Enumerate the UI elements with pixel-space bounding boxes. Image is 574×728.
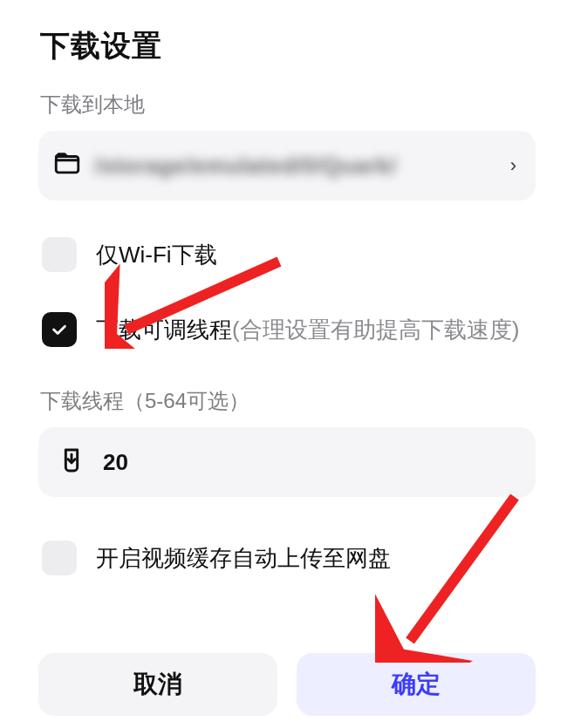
option-wifi-only-label: 仅Wi-Fi下载 (96, 240, 217, 270)
option-adjustable-threads-text: 下载可调线程 (96, 316, 232, 343)
option-adjustable-threads-hint: (合理设置有助提高下载速度) (232, 316, 519, 343)
svg-rect-0 (56, 157, 79, 173)
download-count-icon (58, 446, 85, 478)
download-path-row[interactable]: /storage/emulated/0/Quark/ › (38, 131, 536, 201)
folder-icon (52, 149, 82, 182)
thread-count-row[interactable]: 20 (38, 427, 536, 497)
checkbox-auto-upload-cloud[interactable] (42, 541, 77, 575)
ok-button[interactable]: 确定 (297, 653, 536, 716)
page-title: 下载设置 (40, 26, 536, 66)
section-label-threads: 下载线程（5-64可选） (40, 387, 536, 415)
download-path-value: /storage/emulated/0/Quark/ (94, 153, 498, 180)
section-label-download-path: 下载到本地 (40, 91, 536, 119)
checkbox-adjustable-threads[interactable] (42, 312, 77, 347)
option-auto-upload-cloud[interactable]: 开启视频缓存自动上传至网盘 (42, 541, 536, 575)
option-adjustable-threads-label: 下载可调线程(合理设置有助提高下载速度) (96, 315, 519, 345)
checkbox-wifi-only[interactable] (42, 237, 77, 272)
cancel-button[interactable]: 取消 (38, 653, 277, 716)
option-wifi-only[interactable]: 仅Wi-Fi下载 (42, 237, 536, 272)
option-adjustable-threads[interactable]: 下载可调线程(合理设置有助提高下载速度) (42, 312, 536, 347)
option-auto-upload-cloud-label: 开启视频缓存自动上传至网盘 (96, 543, 391, 574)
thread-count-value: 20 (103, 449, 128, 476)
chevron-right-icon: › (510, 154, 516, 177)
